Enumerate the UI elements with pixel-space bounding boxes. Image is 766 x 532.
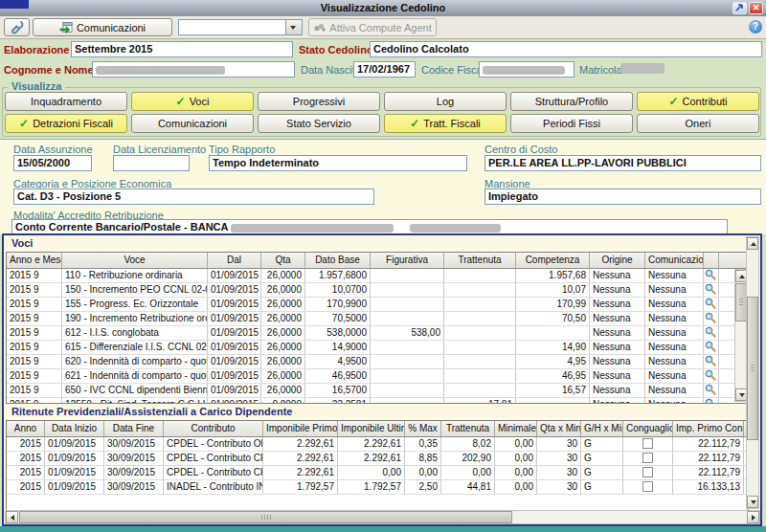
categoria-field[interactable]: Cat. D3 - Posizione 5 xyxy=(13,188,374,205)
visualizza-button-comunicazioni[interactable]: Comunicazioni xyxy=(131,114,254,133)
panel-vertical-scrollbar[interactable] xyxy=(746,236,759,509)
conguaglio-checkbox[interactable] xyxy=(642,438,653,449)
magnifier-icon[interactable] xyxy=(705,372,716,383)
scrollbar-thumb[interactable] xyxy=(19,511,512,523)
ritenute-row[interactable]: 201501/09/201530/09/2015CPDEL - Contribu… xyxy=(7,466,748,480)
restore-button[interactable] xyxy=(732,2,747,14)
magnifier-icon[interactable] xyxy=(705,329,716,340)
data-assunzione-field[interactable]: 15/05/2000 xyxy=(13,155,92,171)
voci-cell: Nessuna xyxy=(645,312,704,325)
voci-row[interactable]: 2015 9110 - Retribuzione ordinaria01/09/… xyxy=(7,269,748,283)
triangle-right-icon xyxy=(752,515,755,521)
voci-cell xyxy=(516,398,590,404)
visualizza-button-tratt-fiscali[interactable]: ✓Tratt. Fiscali xyxy=(384,114,507,133)
voci-row[interactable]: 2015 9190 - Incremento Retribuzione ordi… xyxy=(7,312,748,326)
comunicazioni-button[interactable]: Comunicazioni xyxy=(33,18,172,36)
close-button[interactable]: ✕ xyxy=(749,2,763,14)
visualizza-button-inquadramento[interactable]: Inquadramento xyxy=(5,92,127,111)
voci-row[interactable]: 2015 9612 - I.I.S. conglobata01/09/20152… xyxy=(7,326,748,341)
magnifier-icon[interactable] xyxy=(705,401,716,404)
redacted-value xyxy=(483,66,565,75)
voci-row[interactable]: 2015 9621 - Indennità di comparto - quot… xyxy=(7,369,748,384)
ritenute-column-header-imp-primo-cong: Imp. Primo Cong. xyxy=(673,421,744,436)
scroll-right-button[interactable] xyxy=(747,511,759,523)
ritenute-cell: 01/09/2015 xyxy=(45,480,104,494)
data-licenziamento-field[interactable] xyxy=(113,155,190,171)
voci-row[interactable]: 2015 9620 - Indennità di comparto - quot… xyxy=(7,355,748,369)
ritenute-column-header-conguaglio: Conguaglio xyxy=(623,421,673,436)
visualizza-button-log[interactable]: Log xyxy=(384,92,507,111)
voci-cell: 01/09/2015 xyxy=(208,312,261,325)
attiva-compute-agent-label: Attiva Compute Agent xyxy=(329,22,431,33)
scroll-left-button[interactable] xyxy=(6,511,18,523)
voci-cell: 538,0000 xyxy=(305,326,371,340)
magnifier-icon[interactable] xyxy=(705,300,716,311)
mansione-field[interactable]: Impiegato xyxy=(484,188,761,205)
attiva-compute-agent-button[interactable]: Attiva Compute Agent xyxy=(308,18,437,36)
voci-cell: 01/09/2015 xyxy=(208,341,261,354)
voci-cell: 26,0000 xyxy=(261,369,305,383)
magnifier-icon[interactable] xyxy=(705,315,716,325)
visualizza-button-struttura-profilo[interactable]: Struttura/Profilo xyxy=(510,92,633,111)
ritenute-column-header-qta-x-min: Qta x Min... xyxy=(537,421,581,436)
ritenute-cell: 22.112,79 xyxy=(673,466,744,479)
ritenute-cell: G xyxy=(581,466,623,479)
conguaglio-checkbox[interactable] xyxy=(642,453,653,463)
scroll-up-button[interactable] xyxy=(747,237,758,250)
voci-row[interactable]: 2015 9155 - Progress. Ec. Orizzontale01/… xyxy=(7,298,748,312)
redacted-value xyxy=(231,224,394,233)
visualizza-button-progressivi[interactable]: Progressivi xyxy=(258,92,380,111)
voci-column-header-anno-e-mese: Anno e Mese xyxy=(7,253,62,268)
visualizza-button-oneri[interactable]: Oneri xyxy=(637,114,759,133)
check-icon: ✓ xyxy=(410,119,419,128)
ritenute-row[interactable]: 201501/09/201530/09/2015INADEL - Contrib… xyxy=(7,480,748,495)
ritenute-row[interactable]: 201501/09/201530/09/2015CPDEL - Contribu… xyxy=(7,437,748,452)
data-licenziamento-label: Data Licenziamento xyxy=(113,144,206,155)
voci-cell: 26,0000 xyxy=(261,298,305,311)
magnifier-icon[interactable] xyxy=(705,387,716,397)
voci-cell xyxy=(371,283,444,297)
elaborazione-field[interactable]: Settembre 2015 xyxy=(71,41,293,57)
combobox-dropdown-button[interactable] xyxy=(285,20,302,34)
magnifier-icon[interactable] xyxy=(705,286,716,297)
voci-cell: 621 - Indennità di comparto - quota xyxy=(62,369,208,383)
visualizza-button-detrazioni-fiscali[interactable]: ✓Detrazioni Fiscali xyxy=(5,114,127,133)
button-label: Detrazioni Fiscali xyxy=(33,118,113,129)
voci-cell: 170,99 xyxy=(516,298,590,311)
scroll-down-button[interactable] xyxy=(747,496,758,508)
magnifier-icon[interactable] xyxy=(705,358,716,368)
ritenute-cell: 1.792,57 xyxy=(263,480,338,494)
toolbar-combobox[interactable] xyxy=(178,19,303,35)
data-nascita-field[interactable]: 17/02/1967 xyxy=(353,61,416,78)
voci-row[interactable]: 2015 912550 - Rit. Sind. Tessera C.G.I.L… xyxy=(7,398,748,404)
voci-section-title: Voci xyxy=(11,237,33,249)
visualizza-button-stato-servizio[interactable]: Stato Servizio xyxy=(258,114,380,133)
voci-row[interactable]: 2015 9650 - IVC CCNL dipendenti Biennio … xyxy=(7,384,748,398)
scrollbar-thumb[interactable] xyxy=(747,297,758,440)
magnifier-icon[interactable] xyxy=(705,272,716,282)
redacted-value xyxy=(410,224,501,233)
visualizza-button-contributi[interactable]: ✓Contributi xyxy=(637,92,759,111)
centro-costo-field[interactable]: PER.LE AREA LL.PP-LAVORI PUBBLICI xyxy=(484,155,761,171)
voci-row[interactable]: 2015 9615 - Differenziale I.I.S. CCNL 02… xyxy=(7,341,748,355)
ritenute-cell: 2,50 xyxy=(405,480,441,494)
help-icon[interactable]: ? xyxy=(749,20,762,33)
cognome-nome-field[interactable] xyxy=(92,61,295,78)
voci-cell xyxy=(371,341,444,354)
conguaglio-checkbox[interactable] xyxy=(642,467,653,477)
tools-button[interactable] xyxy=(4,18,30,36)
voci-row[interactable]: 2015 9150 - Incremento PEO CCNL 02-0501/… xyxy=(7,283,748,298)
stato-cedolino-field[interactable]: Cedolino Calcolato xyxy=(370,41,762,57)
visualizza-button-voci[interactable]: ✓Voci xyxy=(131,92,254,111)
panel-horizontal-scrollbar[interactable] xyxy=(5,510,760,524)
ritenute-row[interactable]: 201501/09/201530/09/2015CPDEL - Contribu… xyxy=(7,452,748,466)
ritenute-cell: CPDEL - Contributo Obb xyxy=(164,437,263,451)
magnifier-icon[interactable] xyxy=(705,344,716,354)
voci-cell: Nessuna xyxy=(645,369,704,383)
voci-cell: 26,0000 xyxy=(261,355,305,368)
conguaglio-checkbox[interactable] xyxy=(642,481,653,492)
tipo-rapporto-field[interactable]: Tempo Indeterminato xyxy=(209,155,467,171)
voci-cell: 70,50 xyxy=(516,312,590,325)
visualizza-button-periodi-fissi[interactable]: Periodi Fissi xyxy=(510,114,633,133)
codice-fiscale-field[interactable] xyxy=(479,61,574,78)
